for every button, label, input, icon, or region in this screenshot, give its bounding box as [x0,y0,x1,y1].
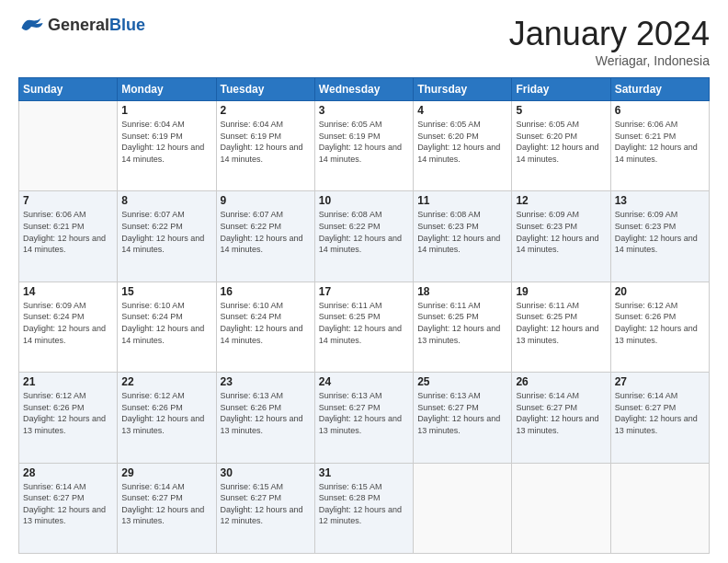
table-row: 29Sunrise: 6:14 AMSunset: 6:27 PMDayligh… [118,463,216,553]
day-number: 17 [319,285,409,298]
day-info: Sunrise: 6:14 AMSunset: 6:27 PMDaylight:… [516,390,606,436]
table-row: 16Sunrise: 6:10 AMSunset: 6:24 PMDayligh… [216,282,314,372]
logo-text: GeneralBlue [48,16,145,35]
day-info: Sunrise: 6:14 AMSunset: 6:27 PMDaylight:… [615,390,705,436]
day-info: Sunrise: 6:05 AMSunset: 6:20 PMDaylight:… [417,119,507,165]
table-row: 14Sunrise: 6:09 AMSunset: 6:24 PMDayligh… [19,282,118,372]
day-number: 3 [319,104,409,117]
day-number: 27 [615,375,705,388]
table-row [512,463,610,553]
table-row: 15Sunrise: 6:10 AMSunset: 6:24 PMDayligh… [118,282,216,372]
table-row: 25Sunrise: 6:13 AMSunset: 6:27 PMDayligh… [414,373,512,463]
day-number: 5 [516,104,606,117]
day-info: Sunrise: 6:09 AMSunset: 6:23 PMDaylight:… [516,209,606,255]
table-row: 11Sunrise: 6:08 AMSunset: 6:23 PMDayligh… [414,191,512,282]
table-row: 23Sunrise: 6:13 AMSunset: 6:26 PMDayligh… [216,373,314,463]
day-info: Sunrise: 6:15 AMSunset: 6:28 PMDaylight:… [319,481,409,527]
day-info: Sunrise: 6:07 AMSunset: 6:22 PMDaylight:… [121,209,211,255]
table-row: 24Sunrise: 6:13 AMSunset: 6:27 PMDayligh… [314,373,413,463]
logo-general: General [48,16,109,34]
day-info: Sunrise: 6:12 AMSunset: 6:26 PMDaylight:… [615,300,705,346]
table-row: 9Sunrise: 6:07 AMSunset: 6:22 PMDaylight… [216,191,314,282]
day-number: 22 [121,375,211,388]
table-row: 8Sunrise: 6:07 AMSunset: 6:22 PMDaylight… [118,191,216,282]
table-row [414,463,512,553]
calendar-week-row: 28Sunrise: 6:14 AMSunset: 6:27 PMDayligh… [19,463,710,553]
day-info: Sunrise: 6:13 AMSunset: 6:27 PMDaylight:… [417,390,507,436]
day-number: 7 [23,194,113,207]
calendar-page: GeneralBlue January 2024 Weriagar, Indon… [0,0,728,563]
calendar-table: Sunday Monday Tuesday Wednesday Thursday… [18,77,710,554]
day-number: 14 [23,285,113,298]
day-info: Sunrise: 6:04 AMSunset: 6:19 PMDaylight:… [221,119,311,165]
header-wednesday: Wednesday [314,78,413,101]
table-row: 12Sunrise: 6:09 AMSunset: 6:23 PMDayligh… [512,191,610,282]
day-info: Sunrise: 6:14 AMSunset: 6:27 PMDaylight:… [23,481,113,527]
day-number: 19 [516,285,606,298]
logo: GeneralBlue [18,15,145,35]
table-row: 7Sunrise: 6:06 AMSunset: 6:21 PMDaylight… [19,191,118,282]
table-row: 5Sunrise: 6:05 AMSunset: 6:20 PMDaylight… [512,101,610,191]
table-row: 1Sunrise: 6:04 AMSunset: 6:19 PMDaylight… [118,101,216,191]
day-info: Sunrise: 6:13 AMSunset: 6:27 PMDaylight:… [319,390,409,436]
day-info: Sunrise: 6:13 AMSunset: 6:26 PMDaylight:… [221,390,311,436]
title-block: January 2024 Weriagar, Indonesia [509,15,710,68]
day-number: 10 [319,194,409,207]
table-row: 6Sunrise: 6:06 AMSunset: 6:21 PMDaylight… [610,101,709,191]
table-row [610,463,709,553]
header-monday: Monday [118,78,216,101]
day-info: Sunrise: 6:08 AMSunset: 6:22 PMDaylight:… [319,209,409,255]
day-info: Sunrise: 6:11 AMSunset: 6:25 PMDaylight:… [516,300,606,346]
day-number: 26 [516,375,606,388]
calendar-week-row: 1Sunrise: 6:04 AMSunset: 6:19 PMDaylight… [19,101,710,191]
header: GeneralBlue January 2024 Weriagar, Indon… [18,15,710,68]
day-number: 21 [23,375,113,388]
table-row: 10Sunrise: 6:08 AMSunset: 6:22 PMDayligh… [314,191,413,282]
day-number: 12 [516,194,606,207]
table-row: 27Sunrise: 6:14 AMSunset: 6:27 PMDayligh… [610,373,709,463]
header-sunday: Sunday [19,78,118,101]
day-info: Sunrise: 6:07 AMSunset: 6:22 PMDaylight:… [221,209,311,255]
day-info: Sunrise: 6:11 AMSunset: 6:25 PMDaylight:… [417,300,507,346]
table-row: 31Sunrise: 6:15 AMSunset: 6:28 PMDayligh… [314,463,413,553]
day-number: 30 [221,466,311,479]
table-row: 19Sunrise: 6:11 AMSunset: 6:25 PMDayligh… [512,282,610,372]
table-row: 20Sunrise: 6:12 AMSunset: 6:26 PMDayligh… [610,282,709,372]
day-number: 29 [121,466,211,479]
table-row: 30Sunrise: 6:15 AMSunset: 6:27 PMDayligh… [216,463,314,553]
day-info: Sunrise: 6:04 AMSunset: 6:19 PMDaylight:… [121,119,211,165]
table-row: 26Sunrise: 6:14 AMSunset: 6:27 PMDayligh… [512,373,610,463]
day-info: Sunrise: 6:06 AMSunset: 6:21 PMDaylight:… [23,209,113,255]
day-info: Sunrise: 6:15 AMSunset: 6:27 PMDaylight:… [221,481,311,527]
day-info: Sunrise: 6:10 AMSunset: 6:24 PMDaylight:… [121,300,211,346]
day-number: 6 [615,104,705,117]
day-number: 28 [23,466,113,479]
day-info: Sunrise: 6:09 AMSunset: 6:24 PMDaylight:… [23,300,113,346]
calendar-week-row: 14Sunrise: 6:09 AMSunset: 6:24 PMDayligh… [19,282,710,372]
table-row: 21Sunrise: 6:12 AMSunset: 6:26 PMDayligh… [19,373,118,463]
day-number: 1 [121,104,211,117]
day-number: 31 [319,466,409,479]
table-row: 2Sunrise: 6:04 AMSunset: 6:19 PMDaylight… [216,101,314,191]
logo-bird-icon [18,15,44,35]
day-info: Sunrise: 6:10 AMSunset: 6:24 PMDaylight:… [221,300,311,346]
table-row: 22Sunrise: 6:12 AMSunset: 6:26 PMDayligh… [118,373,216,463]
day-number: 2 [221,104,311,117]
calendar-week-row: 7Sunrise: 6:06 AMSunset: 6:21 PMDaylight… [19,191,710,282]
day-number: 24 [319,375,409,388]
day-info: Sunrise: 6:11 AMSunset: 6:25 PMDaylight:… [319,300,409,346]
day-info: Sunrise: 6:05 AMSunset: 6:19 PMDaylight:… [319,119,409,165]
weekday-header-row: Sunday Monday Tuesday Wednesday Thursday… [19,78,710,101]
header-thursday: Thursday [414,78,512,101]
logo-blue: Blue [109,16,145,34]
day-info: Sunrise: 6:09 AMSunset: 6:23 PMDaylight:… [615,209,705,255]
day-number: 16 [221,285,311,298]
day-info: Sunrise: 6:14 AMSunset: 6:27 PMDaylight:… [121,481,211,527]
table-row [19,101,118,191]
location: Weriagar, Indonesia [509,53,710,68]
month-title: January 2024 [509,15,710,53]
table-row: 17Sunrise: 6:11 AMSunset: 6:25 PMDayligh… [314,282,413,372]
day-number: 25 [417,375,507,388]
day-info: Sunrise: 6:12 AMSunset: 6:26 PMDaylight:… [23,390,113,436]
calendar-week-row: 21Sunrise: 6:12 AMSunset: 6:26 PMDayligh… [19,373,710,463]
